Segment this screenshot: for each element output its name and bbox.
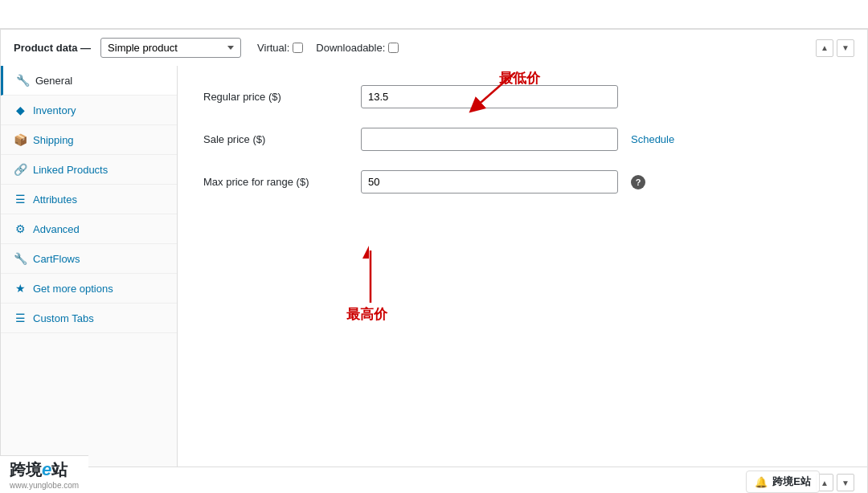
- collapse-down-button[interactable]: ▼: [837, 39, 854, 57]
- max-price-input[interactable]: [361, 170, 618, 194]
- custom-tabs-icon: ☰: [14, 312, 27, 324]
- sidebar-item-shipping-label: Shipping: [33, 134, 74, 146]
- max-price-row: Max price for range ($) ?: [203, 170, 841, 194]
- watermark-url: www.yunglobe.com: [10, 481, 79, 490]
- help-icon[interactable]: ?: [631, 175, 645, 189]
- sale-price-row: Sale price ($) Schedule: [203, 128, 841, 151]
- sidebar-item-get-more-options[interactable]: ★ Get more options: [1, 274, 177, 304]
- top-bar: [0, 0, 868, 29]
- bottom-collapse-down[interactable]: ▼: [837, 474, 854, 491]
- link-icon: 🔗: [14, 163, 27, 176]
- virtual-checkbox[interactable]: [293, 43, 303, 53]
- product-data-label: Product data —: [14, 42, 91, 54]
- sidebar-item-cartflows[interactable]: 🔧 CartFlows: [1, 244, 177, 274]
- checkbox-group: Virtual: Downloadable:: [257, 42, 399, 54]
- sale-price-label: Sale price ($): [203, 133, 348, 145]
- watermark-bar: 跨境e站 www.yunglobe.com: [0, 455, 88, 493]
- sidebar-item-inventory[interactable]: ◆ Inventory: [1, 96, 177, 125]
- watermark-logo: 跨境e站 www.yunglobe.com: [10, 459, 79, 490]
- sidebar-item-cartflows-label: CartFlows: [33, 253, 80, 265]
- bottom-area: Revisions ▲ ▼: [0, 467, 868, 493]
- attributes-icon: ☰: [14, 193, 27, 206]
- regular-price-input[interactable]: [361, 85, 618, 108]
- main-content: Regular price ($) Sale price ($) Schedul…: [178, 66, 867, 467]
- inventory-icon: ◆: [14, 104, 27, 116]
- wrench-icon: 🔧: [16, 74, 29, 87]
- sidebar-item-linked-products-label: Linked Products: [33, 164, 108, 176]
- watermark-right-text: 跨境E站: [772, 475, 811, 489]
- sidebar-item-shipping[interactable]: 📦 Shipping: [1, 125, 177, 155]
- sale-price-input[interactable]: [361, 128, 618, 151]
- sidebar-item-inventory-label: Inventory: [33, 104, 76, 116]
- schedule-link[interactable]: Schedule: [631, 133, 674, 145]
- shipping-icon: 📦: [14, 133, 27, 146]
- max-price-text: 最高价: [346, 305, 387, 324]
- product-type-select[interactable]: Simple product Variable product Grouped …: [100, 38, 241, 58]
- downloadable-label[interactable]: Downloadable:: [316, 42, 399, 54]
- product-data-body: 🔧 General ◆ Inventory 📦 Shipping 🔗 Linke…: [0, 66, 868, 467]
- sidebar-item-custom-tabs-label: Custom Tabs: [33, 312, 94, 324]
- max-price-arrow-svg: [338, 242, 403, 307]
- cartflows-icon: 🔧: [14, 252, 27, 265]
- gear-icon: ⚙: [14, 222, 27, 235]
- virtual-label[interactable]: Virtual:: [257, 42, 303, 54]
- sidebar-item-linked-products[interactable]: 🔗 Linked Products: [1, 155, 177, 185]
- sidebar-item-general-label: General: [35, 75, 72, 87]
- sidebar-item-general[interactable]: 🔧 General: [1, 66, 177, 96]
- regular-price-label: Regular price ($): [203, 91, 348, 103]
- downloadable-checkbox[interactable]: [388, 43, 399, 53]
- header-controls: ▲ ▼: [816, 39, 854, 57]
- collapse-up-button[interactable]: ▲: [816, 39, 833, 57]
- sidebar-item-attributes-label: Attributes: [33, 194, 77, 206]
- regular-price-row: Regular price ($): [203, 85, 841, 108]
- sidebar-item-advanced-label: Advanced: [33, 223, 80, 235]
- star-icon: ★: [14, 282, 27, 295]
- sidebar-item-advanced[interactable]: ⚙ Advanced: [1, 214, 177, 244]
- sidebar-item-attributes[interactable]: ☰ Attributes: [1, 185, 177, 214]
- sidebar-item-custom-tabs[interactable]: ☰ Custom Tabs: [1, 304, 177, 333]
- watermark-right: 🔔 跨境E站: [746, 471, 820, 493]
- sidebar: 🔧 General ◆ Inventory 📦 Shipping 🔗 Linke…: [1, 66, 178, 467]
- virtual-text: Virtual:: [257, 42, 289, 54]
- downloadable-text: Downloadable:: [316, 42, 385, 54]
- max-price-label: Max price for range ($): [203, 176, 348, 188]
- sidebar-item-get-more-options-label: Get more options: [33, 283, 113, 295]
- product-data-header: Product data — Simple product Variable p…: [0, 29, 868, 66]
- annotation-max-price: 最高价: [338, 242, 403, 309]
